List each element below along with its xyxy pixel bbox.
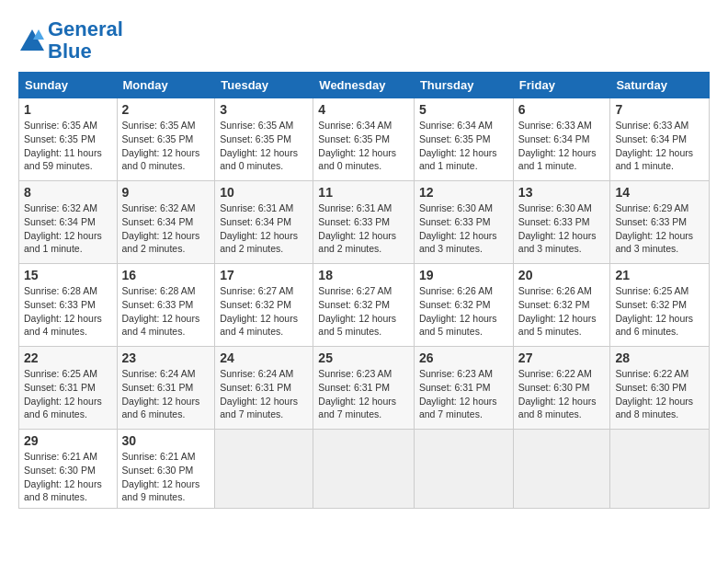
calendar-cell: 7Sunrise: 6:33 AMSunset: 6:34 PMDaylight…: [610, 98, 710, 181]
calendar-cell: 17Sunrise: 6:27 AMSunset: 6:32 PMDayligh…: [215, 264, 313, 347]
day-detail: Sunrise: 6:28 AMSunset: 6:33 PMDaylight:…: [122, 284, 210, 339]
day-number: 14: [615, 185, 704, 200]
day-number: 16: [122, 268, 210, 282]
day-number: 11: [318, 185, 409, 200]
day-number: 7: [615, 102, 704, 117]
day-detail: Sunrise: 6:27 AMSunset: 6:32 PMDaylight:…: [318, 284, 409, 339]
day-number: 13: [518, 185, 606, 200]
calendar-cell: 18Sunrise: 6:27 AMSunset: 6:32 PMDayligh…: [313, 264, 415, 347]
day-detail: Sunrise: 6:25 AMSunset: 6:31 PMDaylight:…: [24, 367, 112, 421]
day-number: 20: [518, 268, 606, 282]
day-detail: Sunrise: 6:23 AMSunset: 6:31 PMDaylight:…: [318, 367, 409, 421]
day-header-friday: Friday: [513, 73, 610, 98]
calendar-cell: 19Sunrise: 6:26 AMSunset: 6:32 PMDayligh…: [414, 264, 513, 347]
calendar-cell: 15Sunrise: 6:28 AMSunset: 6:33 PMDayligh…: [19, 264, 118, 347]
calendar-cell: [414, 430, 513, 509]
day-header-tuesday: Tuesday: [215, 73, 313, 98]
day-detail: Sunrise: 6:34 AMSunset: 6:35 PMDaylight:…: [318, 119, 409, 173]
day-detail: Sunrise: 6:30 AMSunset: 6:33 PMDaylight:…: [419, 201, 508, 256]
day-detail: Sunrise: 6:23 AMSunset: 6:31 PMDaylight:…: [419, 367, 508, 421]
calendar-cell: 4Sunrise: 6:34 AMSunset: 6:35 PMDaylight…: [313, 98, 415, 181]
day-detail: Sunrise: 6:27 AMSunset: 6:32 PMDaylight:…: [220, 284, 308, 339]
day-number: 5: [419, 102, 508, 117]
svg-marker-0: [20, 29, 44, 51]
day-number: 30: [122, 433, 210, 448]
day-header-sunday: Sunday: [19, 73, 118, 98]
day-header-monday: Monday: [117, 73, 215, 98]
calendar-cell: [215, 430, 313, 509]
day-number: 10: [220, 185, 308, 200]
day-number: 9: [122, 185, 210, 200]
week-row-5: 29Sunrise: 6:21 AMSunset: 6:30 PMDayligh…: [19, 430, 710, 509]
calendar-cell: 22Sunrise: 6:25 AMSunset: 6:31 PMDayligh…: [19, 347, 118, 430]
day-detail: Sunrise: 6:24 AMSunset: 6:31 PMDaylight:…: [122, 367, 210, 421]
day-header-saturday: Saturday: [610, 73, 710, 98]
week-row-4: 22Sunrise: 6:25 AMSunset: 6:31 PMDayligh…: [19, 347, 710, 430]
calendar-cell: 12Sunrise: 6:30 AMSunset: 6:33 PMDayligh…: [414, 181, 513, 264]
calendar-cell: 24Sunrise: 6:24 AMSunset: 6:31 PMDayligh…: [215, 347, 313, 430]
logo: General Blue: [18, 18, 123, 63]
calendar-cell: 23Sunrise: 6:24 AMSunset: 6:31 PMDayligh…: [117, 347, 215, 430]
calendar-table: SundayMondayTuesdayWednesdayThursdayFrid…: [18, 72, 710, 509]
calendar-cell: 20Sunrise: 6:26 AMSunset: 6:32 PMDayligh…: [513, 264, 610, 347]
calendar-cell: 29Sunrise: 6:21 AMSunset: 6:30 PMDayligh…: [19, 430, 118, 509]
day-number: 23: [122, 350, 210, 365]
week-row-1: 1Sunrise: 6:35 AMSunset: 6:35 PMDaylight…: [19, 98, 710, 181]
day-number: 6: [518, 102, 606, 117]
calendar-cell: 5Sunrise: 6:34 AMSunset: 6:35 PMDaylight…: [414, 98, 513, 181]
day-detail: Sunrise: 6:34 AMSunset: 6:35 PMDaylight:…: [419, 119, 508, 173]
day-number: 24: [220, 350, 308, 365]
day-detail: Sunrise: 6:22 AMSunset: 6:30 PMDaylight:…: [518, 367, 606, 421]
calendar-cell: 9Sunrise: 6:32 AMSunset: 6:34 PMDaylight…: [117, 181, 215, 264]
calendar-cell: 3Sunrise: 6:35 AMSunset: 6:35 PMDaylight…: [215, 98, 313, 181]
day-detail: Sunrise: 6:24 AMSunset: 6:31 PMDaylight:…: [220, 367, 308, 421]
day-number: 3: [220, 102, 308, 117]
day-detail: Sunrise: 6:32 AMSunset: 6:34 PMDaylight:…: [24, 201, 112, 256]
page-header: General Blue: [18, 18, 710, 63]
calendar-cell: 26Sunrise: 6:23 AMSunset: 6:31 PMDayligh…: [414, 347, 513, 430]
day-detail: Sunrise: 6:26 AMSunset: 6:32 PMDaylight:…: [518, 284, 606, 339]
calendar-cell: 2Sunrise: 6:35 AMSunset: 6:35 PMDaylight…: [117, 98, 215, 181]
day-detail: Sunrise: 6:21 AMSunset: 6:30 PMDaylight:…: [24, 450, 112, 504]
day-detail: Sunrise: 6:25 AMSunset: 6:32 PMDaylight:…: [615, 284, 704, 339]
calendar-cell: [313, 430, 415, 509]
day-number: 15: [24, 268, 112, 282]
day-number: 25: [318, 350, 409, 365]
day-detail: Sunrise: 6:35 AMSunset: 6:35 PMDaylight:…: [24, 119, 112, 173]
calendar-cell: 13Sunrise: 6:30 AMSunset: 6:33 PMDayligh…: [513, 181, 610, 264]
calendar-cell: 16Sunrise: 6:28 AMSunset: 6:33 PMDayligh…: [117, 264, 215, 347]
day-detail: Sunrise: 6:28 AMSunset: 6:33 PMDaylight:…: [24, 284, 112, 339]
calendar-cell: 14Sunrise: 6:29 AMSunset: 6:33 PMDayligh…: [610, 181, 710, 264]
logo-text-blue: Blue: [48, 40, 123, 63]
calendar-cell: 6Sunrise: 6:33 AMSunset: 6:34 PMDaylight…: [513, 98, 610, 181]
day-detail: Sunrise: 6:31 AMSunset: 6:34 PMDaylight:…: [220, 201, 308, 256]
calendar-cell: 25Sunrise: 6:23 AMSunset: 6:31 PMDayligh…: [313, 347, 415, 430]
day-detail: Sunrise: 6:33 AMSunset: 6:34 PMDaylight:…: [518, 119, 606, 173]
day-number: 2: [122, 102, 210, 117]
day-header-wednesday: Wednesday: [313, 73, 415, 98]
calendar-cell: [610, 430, 710, 509]
day-detail: Sunrise: 6:35 AMSunset: 6:35 PMDaylight:…: [220, 119, 308, 173]
day-number: 1: [24, 102, 112, 117]
day-number: 29: [24, 433, 112, 448]
day-number: 28: [615, 350, 704, 365]
day-detail: Sunrise: 6:30 AMSunset: 6:33 PMDaylight:…: [518, 201, 606, 256]
calendar-cell: 28Sunrise: 6:22 AMSunset: 6:30 PMDayligh…: [610, 347, 710, 430]
day-detail: Sunrise: 6:32 AMSunset: 6:34 PMDaylight:…: [122, 201, 210, 256]
day-header-thursday: Thursday: [414, 73, 513, 98]
calendar-cell: 21Sunrise: 6:25 AMSunset: 6:32 PMDayligh…: [610, 264, 710, 347]
day-detail: Sunrise: 6:26 AMSunset: 6:32 PMDaylight:…: [419, 284, 508, 339]
day-number: 21: [615, 268, 704, 282]
logo-text-general: General: [48, 18, 123, 40]
calendar-cell: 8Sunrise: 6:32 AMSunset: 6:34 PMDaylight…: [19, 181, 118, 264]
logo-icon: [18, 27, 46, 54]
day-detail: Sunrise: 6:29 AMSunset: 6:33 PMDaylight:…: [615, 201, 704, 256]
calendar-cell: 10Sunrise: 6:31 AMSunset: 6:34 PMDayligh…: [215, 181, 313, 264]
day-number: 27: [518, 350, 606, 365]
day-header-row: SundayMondayTuesdayWednesdayThursdayFrid…: [19, 73, 710, 98]
week-row-3: 15Sunrise: 6:28 AMSunset: 6:33 PMDayligh…: [19, 264, 710, 347]
calendar-cell: 27Sunrise: 6:22 AMSunset: 6:30 PMDayligh…: [513, 347, 610, 430]
day-number: 4: [318, 102, 409, 117]
calendar-cell: 30Sunrise: 6:21 AMSunset: 6:30 PMDayligh…: [117, 430, 215, 509]
day-number: 19: [419, 268, 508, 282]
